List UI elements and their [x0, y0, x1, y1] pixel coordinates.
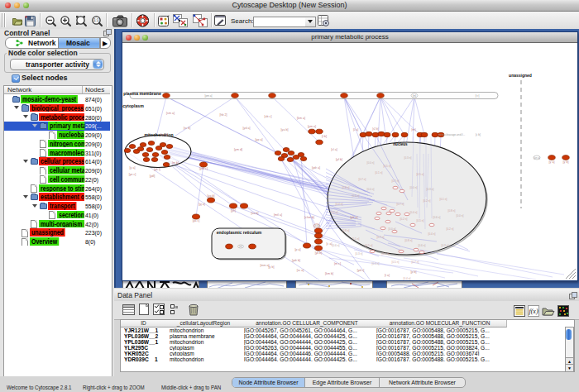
- svg-text:[y a]: [y a]: [549, 160, 555, 164]
- svg-text:mrna-cleavage-and-f...: mrna-cleavage-and-f...: [438, 133, 465, 136]
- svg-text:[0.5 n]: [0.5 n]: [392, 261, 400, 264]
- svg-text:[sa b]: [sa b]: [251, 212, 259, 215]
- svg-text:[0.7 n]: [0.7 n]: [359, 178, 366, 181]
- svg-text:[0.0 n]: [0.0 n]: [367, 188, 375, 191]
- svg-text:[0 a]: [0 a]: [353, 128, 358, 131]
- svg-text:[0.0 n]: [0.0 n]: [457, 214, 464, 218]
- svg-text:[0.7 n]: [0.7 n]: [397, 203, 404, 206]
- svg-text:[ym a]: [ym a]: [308, 125, 316, 128]
- svg-text:[0.0 n]: [0.0 n]: [367, 161, 375, 165]
- svg-text:[ylr]: [ylr]: [231, 209, 236, 213]
- svg-text:[0.5 n]: [0.5 n]: [384, 165, 391, 168]
- svg-text:[chm b]: [chm b]: [304, 216, 314, 219]
- svg-text:[c a]: [c a]: [327, 242, 333, 246]
- svg-text:[ya c]: [ya c]: [193, 219, 200, 222]
- svg-text:[km a]: [km a]: [297, 117, 305, 120]
- svg-text:[yk b]: [yk b]: [315, 251, 323, 255]
- svg-text:[hb 2]: [hb 2]: [220, 113, 227, 117]
- svg-text:[sc a]: [sc a]: [297, 269, 304, 272]
- svg-text:[y a]: [y a]: [130, 166, 136, 170]
- svg-text:[0.3 n]: [0.3 n]: [442, 244, 449, 247]
- svg-text:[0.5 n]: [0.5 n]: [417, 173, 424, 176]
- svg-text:cytoplasm: cytoplasm: [122, 103, 144, 108]
- svg-text:[ydr c]: [ydr c]: [199, 167, 208, 170]
- svg-text:1:1: 1:1: [93, 18, 99, 22]
- svg-text:[r2 b]: [r2 b]: [372, 127, 378, 131]
- svg-text:[sc b]: [sc b]: [184, 127, 191, 130]
- svg-text:mitochondrion: mitochondrion: [145, 132, 174, 137]
- svg-text:[0.6 n]: [0.6 n]: [352, 194, 360, 198]
- svg-text:[0.2 n]: [0.2 n]: [331, 211, 338, 214]
- svg-text:[0.3 n]: [0.3 n]: [372, 262, 380, 265]
- svg-text:[0.1 n]: [0.1 n]: [382, 252, 390, 256]
- svg-text:[yp a]: [yp a]: [256, 138, 263, 141]
- svg-text:[yk l]: [yk l]: [154, 168, 160, 171]
- svg-text:[t b]: [t b]: [322, 135, 327, 138]
- svg-text:[te c]: [te c]: [160, 133, 167, 136]
- svg-text:[t a]: [t a]: [385, 274, 390, 277]
- svg-text:plasma membrane: plasma membrane: [123, 91, 161, 96]
- svg-text:[yo b]: [yo b]: [208, 194, 215, 198]
- svg-text:[ydr a]: [ydr a]: [312, 166, 320, 170]
- svg-text:[t r]: [t r]: [476, 94, 480, 98]
- svg-text:[0.3 n]: [0.3 n]: [427, 188, 434, 191]
- svg-text:[0.1 n]: [0.1 n]: [376, 171, 383, 174]
- svg-text:[ub c]: [ub c]: [265, 115, 272, 118]
- svg-text:[ye c]: [ye c]: [129, 173, 136, 176]
- svg-text:unassigned: unassigned: [509, 73, 532, 78]
- svg-text:[0.8 n]: [0.8 n]: [342, 229, 350, 232]
- svg-text:f(x): f(x): [529, 308, 538, 315]
- svg-text:[yj a]: [yj a]: [199, 203, 205, 206]
- svg-text:[ydl]: [ydl]: [150, 174, 156, 178]
- svg-text:[0.4 n]: [0.4 n]: [410, 211, 418, 214]
- svg-text:[0.3 n]: [0.3 n]: [356, 252, 363, 256]
- svg-text:[y b]: [y b]: [269, 265, 275, 269]
- svg-text:[0.1 n]: [0.1 n]: [440, 198, 447, 201]
- svg-text:[un a]: [un a]: [534, 156, 540, 160]
- svg-text:[tm]: [tm]: [411, 128, 415, 131]
- svg-text:[m c]: [m c]: [334, 262, 341, 265]
- svg-text:[ydr b]: [ydr b]: [292, 259, 300, 262]
- svg-text:[cl a]: [cl a]: [331, 148, 337, 151]
- svg-text:[mtl a]: [mtl a]: [274, 213, 282, 217]
- svg-text:[0.2 n]: [0.2 n]: [400, 218, 408, 221]
- svg-text:[0.0 n]: [0.0 n]: [410, 186, 418, 189]
- svg-text:[km b]: [km b]: [325, 272, 333, 275]
- svg-text:[0.8 n]: [0.8 n]: [342, 186, 350, 189]
- svg-text:nucleus: nucleus: [393, 142, 408, 146]
- svg-text:[sm a]: [sm a]: [166, 112, 175, 115]
- svg-text:[er]: [er]: [239, 245, 243, 248]
- svg-text:[yd a]: [yd a]: [243, 127, 251, 130]
- svg-text:[0.6 n]: [0.6 n]: [433, 216, 441, 219]
- svg-text:[0.7 n]: [0.7 n]: [377, 236, 385, 239]
- svg-text:[0.7 n]: [0.7 n]: [412, 261, 419, 264]
- svg-text:[c b]: [c b]: [476, 133, 481, 136]
- svg-text:[0.2 n]: [0.2 n]: [447, 227, 454, 231]
- svg-text:[m b]: [m b]: [172, 161, 179, 165]
- svg-text:[0.8 n]: [0.8 n]: [405, 239, 413, 242]
- svg-text:[0.6 n]: [0.6 n]: [419, 244, 426, 247]
- svg-text:[p a]: [p a]: [295, 248, 301, 251]
- svg-text:[ym d]: [ym d]: [234, 148, 242, 151]
- svg-text:[0.2 n]: [0.2 n]: [423, 199, 431, 203]
- svg-text:[yd c]: [yd c]: [357, 269, 365, 272]
- svg-text:[ya b]: [ya b]: [281, 128, 289, 131]
- svg-text:[0.8 n]: [0.8 n]: [448, 209, 456, 213]
- svg-text:[0.4 n]: [0.4 n]: [336, 203, 343, 206]
- svg-text:[p b]: [p b]: [411, 270, 417, 274]
- svg-text:[0.3 n]: [0.3 n]: [404, 156, 412, 160]
- svg-text:[y b]: [y b]: [563, 160, 569, 164]
- svg-text:[0.1 n]: [0.1 n]: [352, 237, 360, 241]
- svg-text:[yb a]: [yb a]: [351, 216, 358, 219]
- svg-text:[0.6 n]: [0.6 n]: [333, 244, 340, 247]
- svg-text:[pm a]: [pm a]: [205, 94, 213, 98]
- svg-text:[m]: [m]: [413, 94, 417, 98]
- svg-text:[0.4 n]: [0.4 n]: [428, 232, 436, 236]
- svg-text:[yf b]: [yf b]: [336, 158, 342, 161]
- svg-text:[0.4 n]: [0.4 n]: [404, 277, 411, 280]
- svg-text:[0.5 n]: [0.5 n]: [366, 244, 373, 247]
- svg-text:[n b]: [n b]: [314, 224, 319, 227]
- svg-text:endoplasmic reticulum: endoplasmic reticulum: [217, 230, 262, 235]
- svg-text:[0.5 n]: [0.5 n]: [417, 219, 424, 222]
- svg-text:[0.7 n]: [0.7 n]: [392, 179, 400, 183]
